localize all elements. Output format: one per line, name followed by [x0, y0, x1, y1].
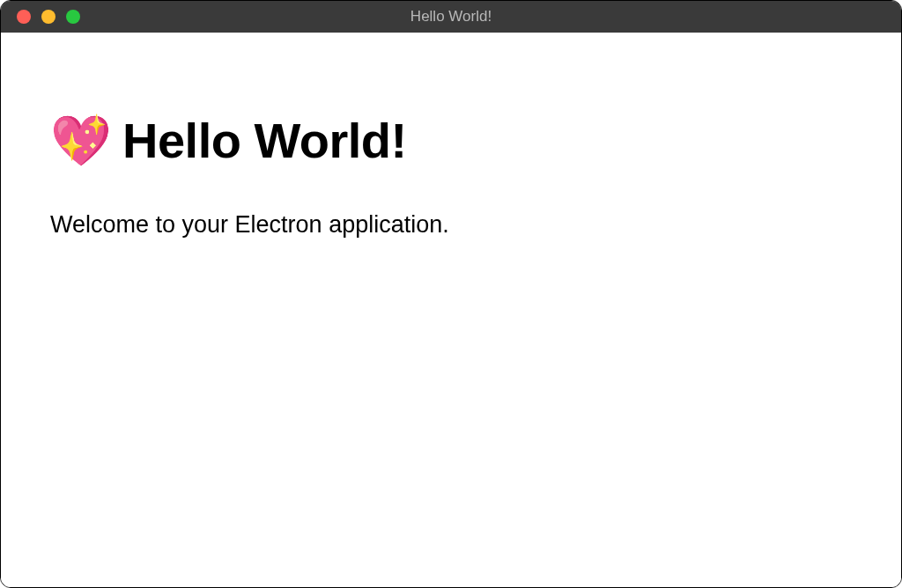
- traffic-lights: [1, 10, 80, 24]
- titlebar: Hello World!: [1, 1, 901, 33]
- close-button[interactable]: [17, 10, 31, 24]
- heading-row: 💖 Hello World!: [50, 112, 852, 169]
- sparkling-heart-icon: 💖: [50, 116, 112, 165]
- minimize-button[interactable]: [41, 10, 55, 24]
- application-window: Hello World! 💖 Hello World! Welcome to y…: [0, 0, 902, 588]
- welcome-text: Welcome to your Electron application.: [50, 211, 852, 239]
- content-area: 💖 Hello World! Welcome to your Electron …: [1, 33, 901, 587]
- window-title: Hello World!: [1, 8, 901, 26]
- maximize-button[interactable]: [66, 10, 80, 24]
- page-heading: Hello World!: [122, 112, 407, 169]
